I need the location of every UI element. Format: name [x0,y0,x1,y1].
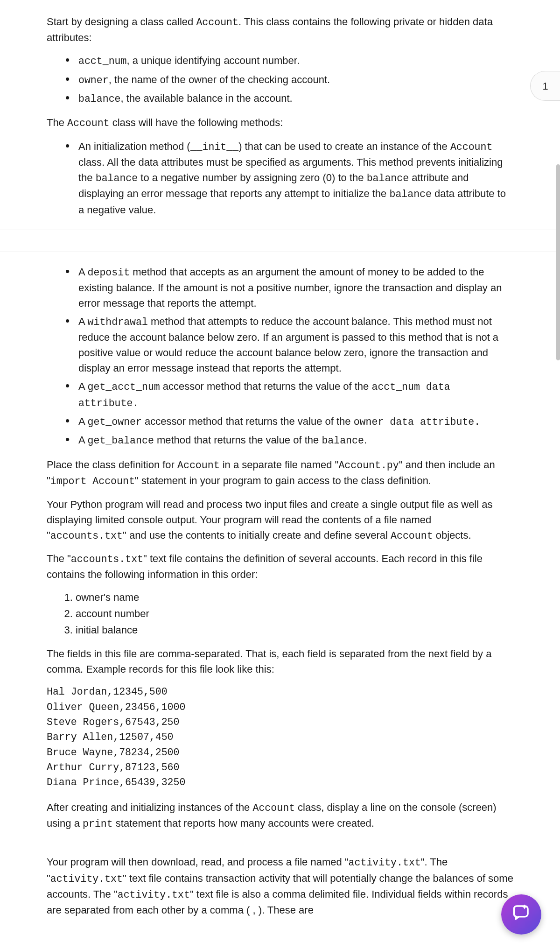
text: method that accepts as an argument the a… [78,266,502,309]
example-records: Hal Jordan,12345,500 Oliver Queen,23456,… [47,684,513,790]
text: , a unique identifying account number. [126,55,300,66]
code: Account [450,141,493,153]
list-item: balance, the available balance in the ac… [65,91,513,106]
list-item: acct_num, a unique identifying account n… [65,53,513,69]
code: balance [96,173,138,184]
after-paragraph: After creating and initializing instance… [47,800,513,832]
text: , the available balance in the account. [121,92,293,104]
text: After creating and initializing instance… [47,801,252,813]
text: A [78,434,88,446]
code: withdrawal [88,316,148,328]
text: The " [47,553,71,564]
attributes-list: acct_num, a unique identifying account n… [65,53,513,106]
text: . [364,434,367,446]
code: get_acct_num [88,381,160,393]
list-item: A get_acct_num accessor method that retu… [65,379,513,411]
code: balance [367,173,409,184]
text: A [78,316,88,327]
intro-paragraph: Start by designing a class called Accoun… [47,14,513,45]
text: An initialization method ( [78,141,190,152]
code-account: Account [196,17,238,28]
text: The [47,117,67,128]
accounts-file-paragraph: The "accounts.txt" text file contains th… [47,551,513,582]
text: A [78,380,88,392]
text: " statement in your program to gain acce… [135,475,431,486]
list-item: A get_balance method that returns the va… [65,432,513,448]
list-item: An initialization method (__init__) that… [65,139,513,218]
methods-list-2: A deposit method that accepts as an argu… [65,264,513,449]
code: deposit [88,267,130,278]
place-paragraph: Place the class definition for Account i… [47,457,513,489]
section-divider [0,230,560,252]
text: " and use the contents to initially crea… [123,529,391,541]
record-fields-list: owner's name account number initial bala… [63,590,513,638]
code: Account [67,118,110,129]
code: get_owner [88,416,142,428]
scrollbar-thumb[interactable] [556,164,560,360]
list-item: A withdrawal method that attempts to red… [65,314,513,376]
text: Start by designing a class called [47,16,196,28]
text: class will have the following methods: [110,117,283,128]
code: Account [391,530,433,541]
document-content: Start by designing a class called Accoun… [0,0,560,949]
text: in a separate file named " [220,459,339,471]
list-item: A deposit method that accepts as an argu… [65,264,513,311]
code: Account [177,460,220,471]
methods-intro: The Account class will have the followin… [47,115,513,131]
text: Your program will then download, read, a… [47,856,349,868]
code: activity.txt [118,889,190,900]
list-item: initial balance [76,622,513,638]
code: import Account [50,476,135,487]
methods-list-1: An initialization method (__init__) that… [65,139,513,218]
code: activity.txt [349,857,421,868]
text: method that returns the value of the [154,434,322,446]
code: accounts.txt [71,554,143,565]
code: owner [78,75,109,86]
chat-fab[interactable] [501,894,541,935]
text: statement that reports how many accounts… [113,817,374,829]
code: get_balance [88,435,154,446]
text: A [78,266,88,278]
text: , the name of the owner of the checking … [109,74,330,85]
fields-paragraph: The fields in this file are comma-separa… [47,646,513,677]
read-paragraph: Your Python program will read and proces… [47,497,513,543]
code: __init__ [190,141,238,153]
text: accessor method that returns the value o… [142,415,354,427]
activity-paragraph: Your program will then download, read, a… [47,854,513,918]
code: balance [389,189,432,200]
code: balance [78,93,121,105]
text: ) that can be used to create an instance… [238,141,450,152]
code: print [83,818,113,829]
code: acct_num [78,56,126,67]
scrollbar[interactable] [556,164,560,724]
text: objects. [433,529,471,541]
code: Account.py [338,460,399,471]
code: owner data attribute. [354,416,481,428]
list-item: account number [76,606,513,621]
text: accessor method that returns the value o… [160,380,372,392]
page-badge[interactable]: 1 [530,71,560,101]
list-item: owner's name [76,590,513,605]
list-item: A get_owner accessor method that returns… [65,414,513,429]
code: activity.txt [50,873,123,885]
code: balance [322,435,364,446]
chat-icon [511,903,531,927]
code: accounts.txt [50,530,123,541]
page-badge-label: 1 [542,78,548,94]
text: A [78,415,88,427]
text: to a negative number by assigning zero (… [138,172,366,183]
code: Account [252,802,295,814]
text: Place the class definition for [47,459,177,471]
list-item: owner, the name of the owner of the chec… [65,72,513,88]
